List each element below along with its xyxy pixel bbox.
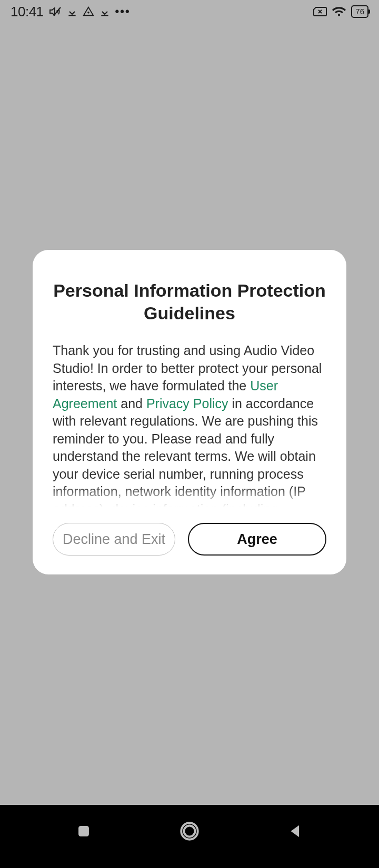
status-left-group: 10:41 ••• — [11, 4, 131, 20]
svg-point-8 — [184, 826, 195, 837]
battery-indicator: 76 — [351, 5, 368, 18]
status-time: 10:41 — [11, 4, 44, 20]
dialog-actions: Decline and Exit Agree — [53, 523, 326, 556]
download-icon-2 — [99, 6, 110, 17]
more-icon: ••• — [115, 5, 131, 18]
download-icon — [67, 6, 77, 17]
privacy-dialog: Personal Information Protection Guidelin… — [33, 250, 346, 574]
status-right-group: 76 — [313, 5, 368, 18]
privacy-policy-link[interactable]: Privacy Policy — [146, 396, 228, 411]
body-text-and: and — [117, 396, 146, 411]
battery-percent: 76 — [355, 7, 364, 16]
triangle-alert-icon — [83, 6, 94, 17]
dialog-title: Personal Information Protection Guidelin… — [53, 279, 326, 324]
status-bar: 10:41 ••• — [0, 0, 379, 23]
card-x-icon — [313, 6, 327, 17]
dialog-body-scroll[interactable]: Thank you for trusting and using Audio V… — [53, 342, 326, 507]
svg-point-2 — [88, 12, 89, 13]
mute-icon — [49, 5, 62, 18]
recent-apps-button[interactable] — [75, 822, 93, 840]
home-button[interactable] — [178, 820, 201, 842]
decline-button[interactable]: Decline and Exit — [53, 523, 175, 556]
wifi-icon — [332, 6, 346, 17]
back-button[interactable] — [286, 822, 304, 840]
agree-button[interactable]: Agree — [188, 523, 326, 556]
navigation-bar — [0, 805, 379, 868]
dialog-body-text: Thank you for trusting and using Audio V… — [53, 342, 326, 507]
body-text-post: in accordance with relevant regulations.… — [53, 396, 318, 508]
svg-rect-6 — [78, 826, 89, 836]
body-text-pre: Thank you for trusting and using Audio V… — [53, 343, 322, 393]
